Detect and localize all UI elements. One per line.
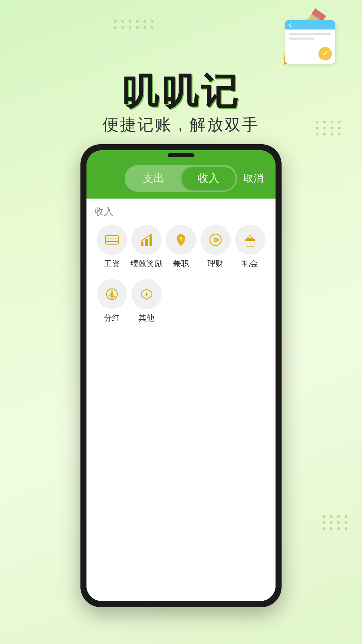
decorative-dots-bottom-right [322,515,349,530]
svg-rect-8 [149,236,152,246]
status-bar [86,150,276,160]
content-area: 收入 工资 [86,199,276,601]
tab-bar: 支出 收入 取消 [86,160,276,199]
bonus-icon [131,225,162,255]
cancel-button[interactable]: 取消 [243,172,263,185]
salary-icon [97,225,127,255]
bonus-label: 绩效奖励 [130,258,163,269]
gift-label: 礼金 [242,258,258,269]
gift-icon: ¥ [235,225,265,255]
parttime-icon: ¥ [166,225,196,255]
svg-rect-1 [106,235,118,244]
svg-text:◎: ◎ [214,237,219,243]
app-title: 叽叽记 [0,67,362,117]
other-icon [131,279,162,309]
tab-expense[interactable]: 支出 [127,167,180,190]
svg-text:C: C [289,22,292,28]
category-gift[interactable]: ¥ 礼金 [233,225,267,269]
decorative-dots-top [114,20,155,29]
app-subtitle: 便捷记账，解放双手 [0,114,362,136]
section-title: 收入 [95,205,267,218]
category-bonus[interactable]: 绩效奖励 [129,225,164,269]
phone-mockup: 支出 收入 取消 收入 [80,144,282,607]
phone-screen: 支出 收入 取消 收入 [86,150,276,601]
parttime-label: 兼职 [173,258,189,269]
svg-rect-6 [141,241,143,246]
dividend-label: 分红 [104,313,120,323]
category-grid: 工资 绩效奖励 [95,225,267,333]
notch [168,153,194,157]
invest-icon: ◎ [200,225,231,255]
svg-text:¥: ¥ [180,236,183,242]
salary-label: 工资 [104,258,120,269]
category-dividend[interactable]: 分红 [95,279,129,323]
category-other[interactable]: 其他 [129,279,164,323]
notepad-icon: C ✓ [285,20,335,64]
svg-point-9 [150,234,152,236]
tab-income[interactable]: 收入 [182,167,235,190]
category-parttime[interactable]: ¥ 兼职 [164,225,198,269]
dividend-icon [97,279,127,309]
category-salary[interactable]: 工资 [95,225,129,269]
category-invest[interactable]: ◎ 理财 [198,225,233,269]
other-label: 其他 [138,313,155,323]
svg-rect-7 [145,239,148,246]
invest-label: 理财 [207,258,224,269]
tab-container: 支出 收入 [125,165,237,192]
svg-text:¥: ¥ [248,233,251,238]
